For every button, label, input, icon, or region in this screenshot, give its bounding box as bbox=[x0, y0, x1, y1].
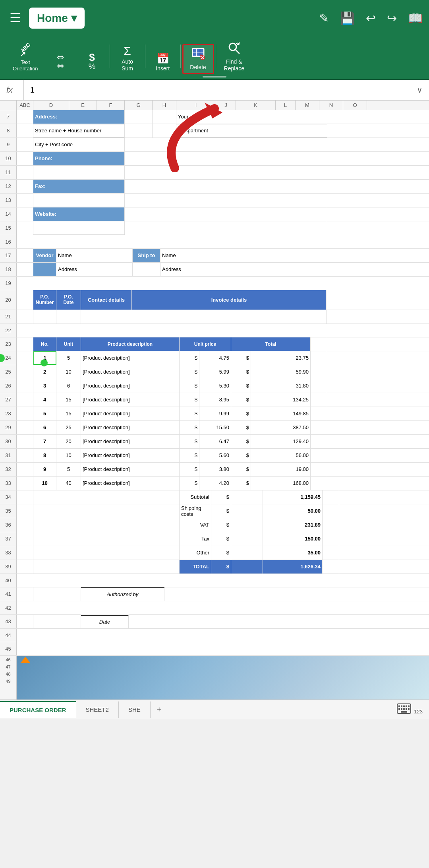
cell-i7[interactable]: Your bbox=[176, 110, 216, 124]
formula-input[interactable] bbox=[24, 85, 410, 95]
cell-unit-28[interactable]: 15 bbox=[56, 407, 81, 420]
cell-total-29[interactable]: 387.50 bbox=[251, 421, 311, 434]
cell-abc36[interactable] bbox=[17, 518, 33, 532]
cell-vat-dollar[interactable]: $ bbox=[211, 518, 231, 532]
cell-unit-29[interactable]: 25 bbox=[56, 421, 81, 434]
cell-d10[interactable]: Phone: bbox=[33, 152, 125, 165]
cell-price-30[interactable]: 6.47 bbox=[199, 435, 231, 448]
keyboard-button[interactable]: 123 bbox=[390, 700, 429, 719]
cell-abc27[interactable] bbox=[17, 393, 33, 407]
cell-dollar-27[interactable]: $ bbox=[180, 393, 199, 407]
cell-abc24[interactable] bbox=[17, 351, 33, 365]
cell-abc39[interactable] bbox=[17, 560, 33, 574]
ribbon-merge[interactable]: ⇔ ⇔ bbox=[44, 50, 76, 74]
cell-h7[interactable] bbox=[153, 110, 176, 124]
cell-other-value[interactable]: 35.00 bbox=[263, 546, 323, 560]
cell-d43[interactable] bbox=[33, 615, 81, 628]
cell-date-43[interactable]: Date bbox=[81, 615, 129, 628]
cell-n34[interactable] bbox=[323, 490, 339, 504]
cell-no-26[interactable]: 3 bbox=[33, 379, 56, 393]
cell-subtotal-value[interactable]: 1,159.45 bbox=[263, 490, 323, 504]
cell-empty-39[interactable] bbox=[33, 560, 180, 574]
cell-desc-26[interactable]: [Product description] bbox=[81, 379, 180, 393]
cell-total-33[interactable]: 168.00 bbox=[251, 477, 311, 490]
cell-k7[interactable] bbox=[216, 110, 327, 124]
cell-price-28[interactable]: 9.99 bbox=[199, 407, 231, 420]
hamburger-button[interactable]: ☰ bbox=[6, 8, 24, 27]
cell-desc-30[interactable]: [Product description] bbox=[81, 435, 180, 448]
cell-h18[interactable] bbox=[133, 263, 160, 276]
cell-abc23[interactable] bbox=[17, 337, 33, 351]
cell-n37[interactable] bbox=[323, 532, 339, 546]
sheet-tab-sheet2[interactable]: SHEET2 bbox=[76, 701, 119, 718]
cell-abc28[interactable] bbox=[17, 407, 33, 420]
cell-total-24[interactable]: 23.75 bbox=[251, 351, 311, 365]
ribbon-delete[interactable]: Delete bbox=[182, 44, 214, 74]
cell-no-25[interactable]: 2 bbox=[33, 365, 56, 379]
col-header-l[interactable]: L bbox=[276, 101, 296, 110]
cell-d21[interactable] bbox=[33, 310, 56, 324]
cell-desc-29[interactable]: [Product description] bbox=[81, 421, 180, 434]
cell-abc41[interactable] bbox=[17, 587, 33, 601]
cell-abc18[interactable] bbox=[17, 263, 33, 276]
cell-total-dollar-26[interactable]: $ bbox=[231, 379, 251, 393]
cell-unit-27[interactable]: 15 bbox=[56, 393, 81, 407]
cell-abc21[interactable] bbox=[17, 310, 33, 324]
cell-subtotal-dollar[interactable]: $ bbox=[211, 490, 231, 504]
cell-other-label[interactable]: Other bbox=[180, 546, 211, 560]
cell-rest9[interactable] bbox=[125, 138, 327, 151]
cell-unit-header[interactable]: Unit bbox=[56, 337, 81, 351]
cell-dollar-24[interactable]: $ bbox=[180, 351, 199, 365]
cell-n30[interactable] bbox=[311, 435, 327, 448]
cell-other-dollar[interactable]: $ bbox=[211, 546, 231, 560]
cell-desc-24[interactable]: [Product description] bbox=[81, 351, 180, 365]
cell-total-dollar-39[interactable]: $ bbox=[211, 560, 231, 574]
cell-total-header[interactable]: Total bbox=[231, 337, 311, 351]
cell-total-value[interactable]: 1,626.34 bbox=[263, 560, 323, 574]
cell-44[interactable] bbox=[17, 629, 327, 642]
cell-40[interactable] bbox=[17, 574, 327, 587]
cell-total-dollar-27[interactable]: $ bbox=[231, 393, 251, 407]
cell-n24[interactable] bbox=[311, 351, 327, 365]
cell-abc25[interactable] bbox=[17, 365, 33, 379]
cell-total-dollar-29[interactable]: $ bbox=[231, 421, 251, 434]
cell-no-27[interactable]: 4 bbox=[33, 393, 56, 407]
cell-total-32[interactable]: 19.00 bbox=[251, 463, 311, 476]
cell-abc29[interactable] bbox=[17, 421, 33, 434]
cell-d17[interactable]: Vendor bbox=[33, 249, 56, 262]
cell-abc14[interactable] bbox=[17, 207, 33, 221]
cell-unit-32[interactable]: 5 bbox=[56, 463, 81, 476]
cell-abc7[interactable] bbox=[17, 110, 33, 124]
cell-abc12[interactable] bbox=[17, 180, 33, 193]
cell-total-label[interactable]: TOTAL bbox=[180, 560, 211, 574]
cell-45[interactable] bbox=[17, 642, 327, 656]
cell-n26[interactable] bbox=[311, 379, 327, 393]
cell-d12[interactable]: Fax: bbox=[33, 180, 125, 193]
cell-shipping-dollar[interactable]: $ bbox=[211, 504, 231, 518]
cell-desc-28[interactable]: [Product description] bbox=[81, 407, 180, 420]
cell-total-dollar-25[interactable]: $ bbox=[231, 365, 251, 379]
cell-e21[interactable] bbox=[56, 310, 81, 324]
cell-empty-37[interactable] bbox=[33, 532, 180, 546]
cell-16[interactable] bbox=[17, 235, 327, 249]
cell-abc20[interactable] bbox=[17, 290, 33, 310]
ribbon-text-orientation[interactable]: ABC ↗ TextOrientation bbox=[6, 43, 44, 74]
cell-total-27[interactable]: 134.25 bbox=[251, 393, 311, 407]
cell-no-29[interactable]: 6 bbox=[33, 421, 56, 434]
cell-42[interactable] bbox=[17, 601, 327, 615]
cell-abc31[interactable] bbox=[17, 449, 33, 462]
cell-tax-label[interactable]: Tax bbox=[180, 532, 211, 546]
cell-no-30[interactable]: 7 bbox=[33, 435, 56, 448]
cell-unitprice-header[interactable]: Unit price bbox=[180, 337, 231, 351]
cell-desc-33[interactable]: [Product description] bbox=[81, 477, 180, 490]
cell-total-31[interactable]: 56.00 bbox=[251, 449, 311, 462]
cell-total-25[interactable]: 59.90 bbox=[251, 365, 311, 379]
cell-subtotal-empty[interactable] bbox=[231, 490, 263, 504]
cell-empty-36[interactable] bbox=[33, 518, 180, 532]
cell-no-32[interactable]: 9 bbox=[33, 463, 56, 476]
cell-rest14[interactable] bbox=[125, 207, 327, 221]
cell-total-dollar-31[interactable]: $ bbox=[231, 449, 251, 462]
cell-h17[interactable]: Ship to bbox=[133, 249, 160, 262]
col-header-f[interactable]: F bbox=[97, 101, 125, 110]
cell-abc11[interactable] bbox=[17, 166, 33, 179]
